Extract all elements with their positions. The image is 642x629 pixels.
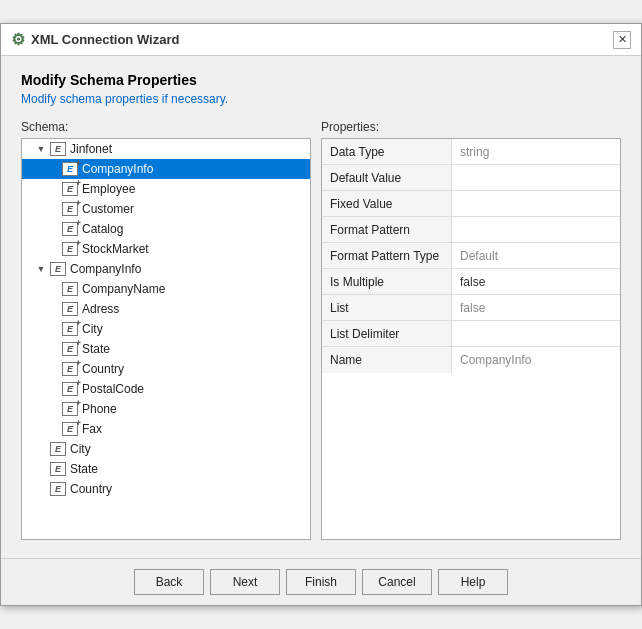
- tree-item[interactable]: EState: [22, 459, 310, 479]
- tree-item[interactable]: ECompanyName: [22, 279, 310, 299]
- props-value: [452, 321, 620, 346]
- properties-label: Properties:: [321, 120, 621, 134]
- props-row: Data Typestring: [322, 139, 620, 165]
- tree-item[interactable]: ECity: [22, 439, 310, 459]
- back-button[interactable]: Back: [134, 569, 204, 595]
- props-row: Is Multiplefalse: [322, 269, 620, 295]
- props-value: Default: [452, 243, 620, 268]
- props-key: Format Pattern Type: [322, 243, 452, 268]
- tree-item-label: Country: [70, 482, 112, 496]
- props-value: false: [452, 295, 620, 320]
- tree-item[interactable]: ECompanyInfo: [22, 159, 310, 179]
- schema-tree-container: EJinfonetECompanyInfoEEmployeeECustomerE…: [21, 138, 311, 540]
- title-bar: ⚙ XML Connection Wizard ✕: [1, 24, 641, 56]
- node-badge: E: [62, 222, 78, 236]
- tree-item[interactable]: ECity: [22, 319, 310, 339]
- tree-item[interactable]: EStockMarket: [22, 239, 310, 259]
- tree-item-label: Jinfonet: [70, 142, 112, 156]
- schema-tree-scroll[interactable]: EJinfonetECompanyInfoEEmployeeECustomerE…: [22, 139, 310, 539]
- tree-item[interactable]: EFax: [22, 419, 310, 439]
- tree-item-label: Catalog: [82, 222, 123, 236]
- tree-item[interactable]: ECountry: [22, 359, 310, 379]
- tree-item-label: CompanyName: [82, 282, 165, 296]
- node-badge: E: [62, 182, 78, 196]
- props-value: [452, 165, 620, 190]
- tree-item-label: Country: [82, 362, 124, 376]
- props-row: Fixed Value: [322, 191, 620, 217]
- node-badge: E: [62, 242, 78, 256]
- cancel-button[interactable]: Cancel: [362, 569, 432, 595]
- tree-item[interactable]: EPostalCode: [22, 379, 310, 399]
- tree-item[interactable]: ECustomer: [22, 199, 310, 219]
- finish-button[interactable]: Finish: [286, 569, 356, 595]
- schema-label: Schema:: [21, 120, 311, 134]
- node-badge: E: [50, 462, 66, 476]
- tree-item[interactable]: EAdress: [22, 299, 310, 319]
- close-button[interactable]: ✕: [613, 31, 631, 49]
- tree-item-label: State: [82, 342, 110, 356]
- tree-item-label: CompanyInfo: [70, 262, 141, 276]
- tree-item[interactable]: ECountry: [22, 479, 310, 499]
- tree-item[interactable]: EJinfonet: [22, 139, 310, 159]
- title-bar-left: ⚙ XML Connection Wizard: [11, 30, 179, 49]
- props-key: Name: [322, 347, 452, 373]
- props-key: Format Pattern: [322, 217, 452, 242]
- tree-item-label: City: [82, 322, 103, 336]
- main-panels: Schema: EJinfonetECompanyInfoEEmployeeEC…: [21, 120, 621, 540]
- node-badge: E: [62, 382, 78, 396]
- props-value: string: [452, 139, 620, 164]
- props-row: List Delimiter: [322, 321, 620, 347]
- props-key: Fixed Value: [322, 191, 452, 216]
- tree-item-label: State: [70, 462, 98, 476]
- properties-table: Data TypestringDefault ValueFixed ValueF…: [321, 138, 621, 540]
- page-title: Modify Schema Properties: [21, 72, 621, 88]
- tree-item-label: Customer: [82, 202, 134, 216]
- node-badge: E: [62, 202, 78, 216]
- tree-item-label: Phone: [82, 402, 117, 416]
- node-badge: E: [50, 442, 66, 456]
- tree-item[interactable]: EState: [22, 339, 310, 359]
- tree-item[interactable]: EPhone: [22, 399, 310, 419]
- expand-icon: [34, 142, 48, 156]
- props-row: Format Pattern: [322, 217, 620, 243]
- node-badge: E: [62, 282, 78, 296]
- props-key: Is Multiple: [322, 269, 452, 294]
- props-row: Format Pattern TypeDefault: [322, 243, 620, 269]
- footer: Back Next Finish Cancel Help: [1, 558, 641, 605]
- props-key: List Delimiter: [322, 321, 452, 346]
- props-key: Default Value: [322, 165, 452, 190]
- properties-panel: Properties: Data TypestringDefault Value…: [321, 120, 621, 540]
- node-badge: E: [62, 302, 78, 316]
- next-button[interactable]: Next: [210, 569, 280, 595]
- tree-item[interactable]: ECatalog: [22, 219, 310, 239]
- tree-item-label: StockMarket: [82, 242, 149, 256]
- node-badge: E: [50, 262, 66, 276]
- node-badge: E: [50, 142, 66, 156]
- tree-item-label: Adress: [82, 302, 119, 316]
- tree-item[interactable]: ECompanyInfo: [22, 259, 310, 279]
- props-value: false: [452, 269, 620, 294]
- node-badge: E: [62, 402, 78, 416]
- help-button[interactable]: Help: [438, 569, 508, 595]
- tree-item-label: CompanyInfo: [82, 162, 153, 176]
- props-value: [452, 217, 620, 242]
- node-badge: E: [62, 422, 78, 436]
- props-row: Listfalse: [322, 295, 620, 321]
- node-badge: E: [50, 482, 66, 496]
- content-area: Modify Schema Properties Modify schema p…: [1, 56, 641, 550]
- props-key: List: [322, 295, 452, 320]
- window-title: XML Connection Wizard: [31, 32, 179, 47]
- props-value: CompanyInfo: [452, 347, 620, 373]
- window: ⚙ XML Connection Wizard ✕ Modify Schema …: [0, 23, 642, 606]
- node-badge: E: [62, 362, 78, 376]
- tree-item-label: Employee: [82, 182, 135, 196]
- tree-item[interactable]: EEmployee: [22, 179, 310, 199]
- props-row: NameCompanyInfo: [322, 347, 620, 373]
- app-icon: ⚙: [11, 30, 25, 49]
- props-value: [452, 191, 620, 216]
- props-key: Data Type: [322, 139, 452, 164]
- expand-icon: [34, 262, 48, 276]
- node-badge: E: [62, 162, 78, 176]
- schema-panel: Schema: EJinfonetECompanyInfoEEmployeeEC…: [21, 120, 311, 540]
- tree-item-label: PostalCode: [82, 382, 144, 396]
